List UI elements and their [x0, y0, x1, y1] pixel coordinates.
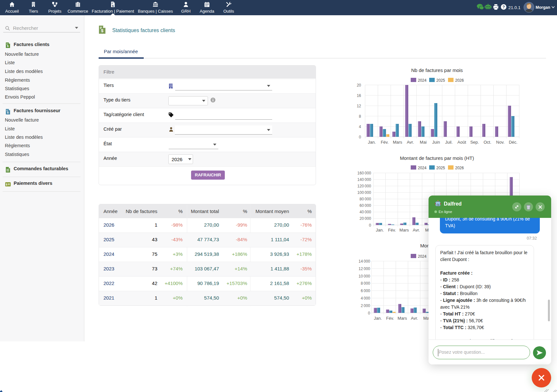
svg-text:120 000: 120 000 — [357, 184, 371, 188]
svg-text:160 000: 160 000 — [357, 171, 371, 175]
svg-text:0: 0 — [359, 135, 361, 139]
svg-text:Juil.: Juil. — [445, 140, 453, 145]
svg-text:14 000: 14 000 — [358, 259, 370, 264]
svg-text:8: 8 — [359, 114, 361, 119]
svg-text:20: 20 — [357, 83, 361, 88]
svg-text:Mars: Mars — [399, 228, 409, 232]
svg-text:12 000: 12 000 — [358, 267, 370, 271]
svg-text:Nb de factures par mois: Nb de factures par mois — [411, 67, 463, 73]
svg-text:Nov.: Nov. — [496, 140, 504, 145]
svg-text:2 000: 2 000 — [361, 303, 370, 308]
svg-text:20 000: 20 000 — [359, 216, 371, 221]
svg-text:Jan.: Jan. — [368, 140, 376, 145]
svg-text:2024: 2024 — [418, 78, 427, 83]
svg-text:0: 0 — [369, 223, 371, 228]
svg-text:Jan.: Jan. — [376, 228, 384, 232]
svg-text:80 000: 80 000 — [359, 197, 371, 201]
svg-text:40 000: 40 000 — [359, 210, 371, 214]
svg-text:2024: 2024 — [418, 254, 427, 259]
svg-text:10 000: 10 000 — [358, 274, 370, 279]
svg-text:16: 16 — [357, 93, 361, 98]
svg-text:Mars: Mars — [393, 140, 402, 145]
svg-text:4 000: 4 000 — [361, 296, 370, 301]
svg-text:Août: Août — [457, 140, 466, 145]
svg-text:60 000: 60 000 — [359, 203, 371, 208]
svg-text:Fév.: Fév. — [381, 140, 389, 145]
svg-text:Sep.: Sep. — [470, 140, 479, 145]
svg-text:Mars: Mars — [398, 316, 407, 321]
svg-text:$: $ — [6, 183, 7, 186]
svg-text:Déc.: Déc. — [509, 140, 517, 145]
svg-text:Oct.: Oct. — [484, 140, 491, 145]
svg-text:12: 12 — [357, 104, 361, 108]
svg-text:?: ? — [503, 5, 505, 9]
svg-text:8 000: 8 000 — [361, 281, 370, 286]
svg-text:Montant de factures par mois (: Montant de factures par mois (HT) — [400, 155, 474, 161]
svg-text:6 000: 6 000 — [361, 289, 370, 293]
svg-text:$: $ — [7, 44, 8, 48]
svg-text:Mai: Mai — [420, 140, 427, 145]
svg-text:100 000: 100 000 — [357, 190, 371, 195]
svg-text:Avr.: Avr. — [407, 140, 414, 145]
svg-text:140 000: 140 000 — [357, 177, 371, 182]
svg-text:$: $ — [101, 28, 103, 33]
svg-text:Juin: Juin — [432, 140, 440, 145]
svg-text:2025: 2025 — [436, 78, 445, 83]
svg-text:2026: 2026 — [455, 78, 464, 83]
svg-text:Avr.: Avr. — [411, 316, 418, 321]
svg-text:4: 4 — [359, 125, 361, 129]
svg-text:2025: 2025 — [436, 166, 445, 170]
svg-text:0: 0 — [368, 311, 370, 315]
svg-text:Avr.: Avr. — [413, 228, 420, 232]
svg-text:Jan.: Jan. — [374, 316, 382, 321]
svg-text:$: $ — [7, 111, 8, 114]
svg-text:Fév.: Fév. — [386, 316, 394, 321]
svg-text:2024: 2024 — [418, 166, 427, 170]
svg-text:Fév.: Fév. — [388, 228, 396, 232]
svg-text:2026: 2026 — [455, 166, 464, 170]
svg-text:$: $ — [112, 4, 114, 7]
